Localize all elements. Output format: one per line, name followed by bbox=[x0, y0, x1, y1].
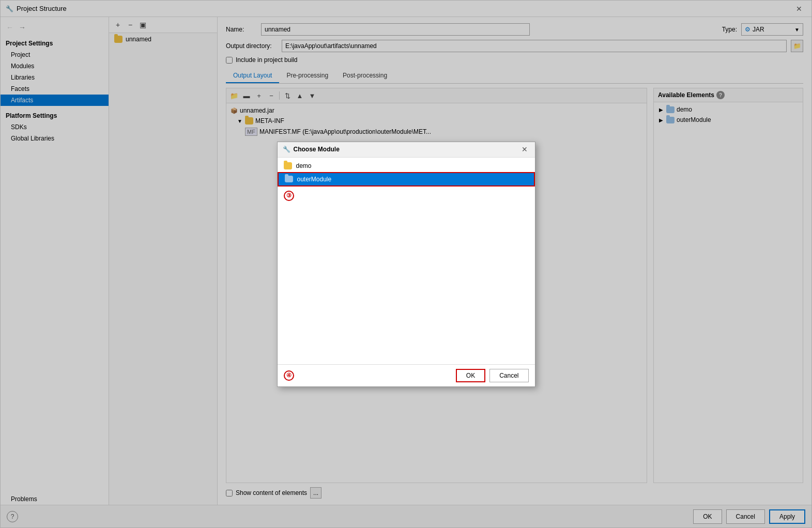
dialog-demo-folder-icon bbox=[284, 162, 292, 169]
main-window: 🔧 Project Structure ✕ ← → Project Settin… bbox=[0, 0, 812, 528]
dialog-title-bar: 🔧 Choose Module ✕ bbox=[278, 142, 535, 158]
dialog-item-outer-module-label: outerModule bbox=[297, 176, 332, 183]
dialog-cancel-button[interactable]: Cancel bbox=[489, 369, 528, 382]
modal-overlay: 🔧 Choose Module ✕ demo outerModule bbox=[1, 1, 811, 527]
dialog-icon: 🔧 bbox=[283, 146, 290, 153]
dialog-item-demo[interactable]: demo bbox=[278, 160, 535, 172]
dialog-body: demo outerModule ③ bbox=[278, 158, 535, 364]
choose-module-dialog: 🔧 Choose Module ✕ demo outerModule bbox=[277, 142, 535, 387]
annotation-3-container: ③ bbox=[278, 187, 535, 205]
dialog-ok-button[interactable]: OK bbox=[456, 369, 485, 382]
dialog-footer: ④ OK Cancel bbox=[278, 364, 535, 386]
dialog-outer-module-icon bbox=[285, 176, 293, 182]
annotation-4: ④ bbox=[284, 370, 294, 381]
dialog-list: demo outerModule ③ bbox=[278, 158, 535, 364]
dialog-item-demo-label: demo bbox=[296, 162, 312, 169]
annotation-3: ③ bbox=[284, 191, 294, 201]
dialog-title: 🔧 Choose Module bbox=[283, 146, 340, 153]
dialog-close-button[interactable]: ✕ bbox=[519, 144, 530, 154]
dialog-item-outer-module[interactable]: outerModule bbox=[278, 172, 535, 187]
